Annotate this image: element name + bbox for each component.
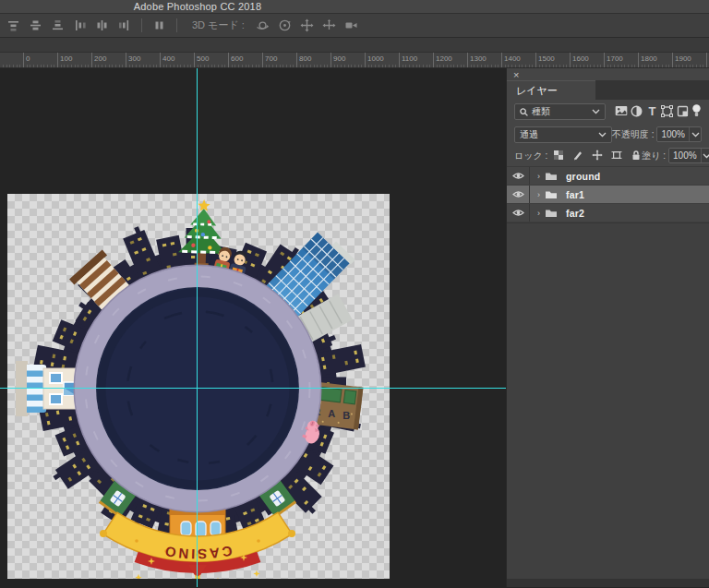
ruler-major-tick (194, 53, 195, 67)
type-layer-filter-icon[interactable]: T (646, 105, 658, 119)
ruler-label: 1400 (504, 54, 521, 63)
tab-layers[interactable]: レイヤー (507, 80, 595, 100)
ruler-minor-tick (47, 65, 48, 67)
lock-all-icon[interactable] (631, 150, 642, 162)
ruler-label: 300 (128, 54, 140, 63)
blend-mode-select[interactable]: 通過 (514, 126, 612, 143)
smart-object-filter-icon[interactable] (677, 105, 689, 119)
lock-transparency-icon[interactable] (553, 150, 564, 162)
ruler-minor-tick (30, 65, 30, 67)
panel-close-icon[interactable]: × (513, 70, 519, 79)
layer-row-far1[interactable]: › far1 (507, 186, 709, 204)
ruler-minor-tick (532, 65, 533, 67)
ruler-major-tick (262, 53, 263, 67)
distribute-bottom-icon[interactable] (50, 18, 66, 33)
ruler-minor-tick (419, 65, 420, 67)
ruler-minor-tick (700, 65, 701, 67)
ruler-minor-tick (405, 65, 406, 67)
ruler-major-tick (638, 53, 639, 67)
distribute-vertical-center-icon[interactable] (28, 18, 43, 33)
visibility-toggle[interactable] (507, 186, 530, 203)
ruler-minor-tick (184, 65, 185, 67)
ruler-minor-tick (652, 65, 653, 67)
ruler-minor-tick (170, 65, 171, 67)
layer-row-ground[interactable]: › ground (507, 167, 709, 186)
document-canvas[interactable]: B A R (7, 194, 390, 579)
zoom-3d-camera-icon[interactable] (343, 18, 359, 33)
expand-chevron-icon[interactable]: › (537, 209, 540, 218)
ruler-minor-tick (303, 65, 304, 67)
slide-3d-icon[interactable] (321, 18, 337, 33)
lock-artboard-icon[interactable] (611, 150, 622, 162)
guide-vertical[interactable] (197, 68, 198, 587)
ruler-minor-tick (413, 65, 414, 67)
eye-icon (512, 172, 524, 180)
distribute-left-icon[interactable] (72, 18, 88, 33)
ruler-minor-tick (132, 65, 133, 67)
ruler-minor-tick (682, 65, 683, 67)
ruler-minor-tick (27, 65, 28, 67)
ruler-label: 200 (94, 54, 106, 63)
orbit-3d-icon[interactable] (255, 18, 270, 33)
ruler-minor-tick (624, 65, 625, 67)
ruler-label: 1200 (436, 54, 452, 63)
ruler-minor-tick (280, 65, 281, 67)
layer-name[interactable]: far1 (566, 189, 584, 200)
ruler-minor-tick (474, 65, 475, 67)
pixel-layer-filter-icon[interactable] (615, 105, 628, 118)
ruler-minor-tick (642, 65, 643, 67)
station-building (16, 361, 81, 416)
ruler-minor-tick (668, 65, 669, 67)
visibility-toggle[interactable] (507, 167, 530, 185)
ruler-minor-tick (129, 65, 130, 67)
fill-dropdown[interactable] (701, 149, 709, 162)
ruler-minor-tick (676, 65, 677, 67)
ruler-major-tick (467, 53, 468, 67)
ruler-minor-tick (337, 65, 338, 67)
ruler-major-tick (91, 53, 92, 67)
distribute-top-icon[interactable] (6, 18, 21, 33)
pan-3d-icon[interactable] (299, 18, 315, 33)
distribute-horizontal-center-icon[interactable] (94, 18, 110, 33)
visibility-toggle[interactable] (507, 204, 530, 222)
distribute-spacing-icon[interactable] (151, 18, 167, 33)
ruler-minor-tick (150, 65, 150, 67)
expand-chevron-icon[interactable]: › (537, 172, 540, 181)
filter-toggle-icon[interactable] (691, 104, 702, 119)
ruler-minor-tick (597, 65, 598, 67)
ruler-minor-tick (248, 65, 249, 67)
guide-horizontal[interactable] (0, 388, 506, 389)
horizontal-ruler[interactable]: 0100200300400500600700800900100011001200… (0, 53, 709, 68)
adjustment-layer-filter-icon[interactable] (631, 105, 643, 119)
ruler-minor-tick (395, 65, 396, 67)
panel-footer (507, 579, 709, 587)
photoshop-window: Adobe Photoshop CC 2018 3D モード : (0, 0, 709, 588)
ruler-major-tick (672, 53, 673, 67)
filter-kind-value: 種類 (532, 105, 588, 118)
lock-image-icon[interactable] (572, 150, 583, 162)
roll-3d-icon[interactable] (277, 18, 293, 33)
opacity-dropdown[interactable] (689, 127, 701, 141)
expand-chevron-icon[interactable]: › (537, 190, 540, 199)
ruler-minor-tick (37, 65, 38, 67)
distribute-right-icon[interactable] (116, 18, 132, 33)
ruler-minor-tick (563, 65, 564, 67)
shape-layer-filter-icon[interactable] (661, 105, 673, 119)
ruler-label: 1900 (675, 54, 691, 63)
opacity-label: 不透明度 : (612, 128, 655, 141)
ruler-minor-tick (546, 65, 547, 67)
ruler-minor-tick (614, 65, 615, 67)
ruler-minor-tick (549, 65, 550, 67)
ruler-minor-tick (17, 65, 18, 67)
lock-position-icon[interactable] (592, 150, 603, 162)
layer-name[interactable]: ground (566, 171, 600, 182)
ruler-major-tick (330, 53, 331, 67)
opacity-control[interactable]: 100% (656, 126, 702, 142)
ruler-minor-tick (208, 65, 209, 67)
ruler-minor-tick (385, 65, 386, 67)
layer-row-far2[interactable]: › far2 (507, 204, 709, 222)
fill-control[interactable]: 100% (668, 148, 709, 163)
layer-name[interactable]: far2 (566, 208, 584, 219)
ruler-minor-tick (477, 65, 478, 67)
filter-kind-select[interactable]: 種類 (514, 103, 606, 120)
